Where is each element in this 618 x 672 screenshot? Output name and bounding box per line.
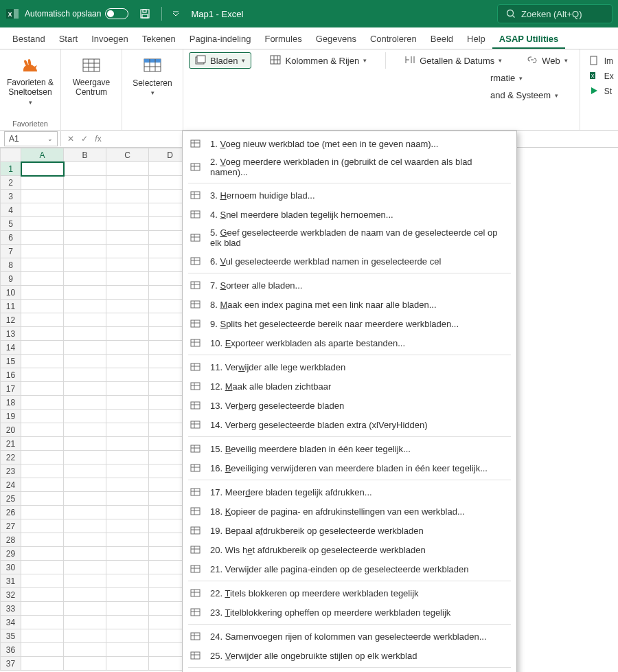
- column-header[interactable]: A: [21, 148, 64, 162]
- cell[interactable]: [106, 519, 149, 533]
- cell[interactable]: [64, 492, 106, 506]
- cell[interactable]: [106, 437, 149, 451]
- cell[interactable]: [106, 657, 149, 671]
- cell[interactable]: [21, 657, 64, 671]
- row-header[interactable]: 32: [1, 588, 21, 602]
- cell[interactable]: [21, 245, 64, 258]
- cell[interactable]: [64, 506, 106, 519]
- cell[interactable]: [64, 176, 106, 190]
- cancel-formula-icon[interactable]: ✕: [64, 134, 78, 144]
- fx-icon[interactable]: fx: [91, 134, 105, 144]
- cell[interactable]: [21, 533, 64, 547]
- cell[interactable]: [106, 423, 149, 437]
- cell[interactable]: [21, 464, 64, 478]
- row-header[interactable]: 35: [1, 629, 21, 643]
- cell[interactable]: [21, 327, 64, 341]
- cell[interactable]: [106, 203, 149, 217]
- row-header[interactable]: 24: [1, 478, 21, 492]
- menu-item-8[interactable]: 8. Maak een index pagina met een link na…: [183, 295, 516, 314]
- menu-item-6[interactable]: 6. Vul geselecteerde werkblad namen in g…: [183, 251, 516, 271]
- cell[interactable]: [21, 437, 64, 451]
- row-header[interactable]: 9: [1, 272, 21, 286]
- column-header[interactable]: B: [64, 148, 106, 162]
- menu-item-19[interactable]: 19. Bepaal afdrukbereik op geselecteerde…: [183, 521, 516, 540]
- cell[interactable]: [21, 643, 64, 657]
- row-header[interactable]: 6: [1, 231, 21, 245]
- menu-item-1[interactable]: 1. Voeg nieuw werkblad toe (met een in t…: [183, 134, 516, 153]
- row-header[interactable]: 12: [1, 313, 21, 327]
- st-button[interactable]: St: [586, 84, 617, 99]
- menu-item-25[interactable]: 25. Verwijder alle ongebruikte stijlen o…: [183, 646, 516, 665]
- row-header[interactable]: 15: [1, 355, 21, 368]
- tab-start[interactable]: Start: [52, 30, 84, 49]
- menu-item-3[interactable]: 3. Hernoem huidige blad...: [183, 186, 516, 205]
- cell[interactable]: [106, 245, 149, 258]
- cell[interactable]: [64, 382, 106, 396]
- web-button[interactable]: Web▾: [520, 52, 574, 69]
- menu-item-22[interactable]: 22. Titels blokkeren op meerdere werkbla…: [183, 583, 516, 603]
- save-button[interactable]: [135, 4, 154, 23]
- cell[interactable]: [106, 506, 149, 519]
- cell[interactable]: [106, 410, 149, 423]
- cell[interactable]: [21, 602, 64, 616]
- cell[interactable]: [106, 478, 149, 492]
- im-button[interactable]: Im: [586, 54, 617, 69]
- row-header[interactable]: 19: [1, 410, 21, 423]
- menu-item-15[interactable]: 15. Beveilig meerdere bladen in één keer…: [183, 439, 516, 458]
- cell[interactable]: [64, 300, 106, 313]
- cell[interactable]: [106, 451, 149, 464]
- cell[interactable]: [64, 327, 106, 341]
- cell[interactable]: [64, 533, 106, 547]
- cell[interactable]: [106, 176, 149, 190]
- menu-item-13[interactable]: 13. Verberg geselecteerde bladen: [183, 396, 516, 415]
- cell[interactable]: [21, 231, 64, 245]
- cell[interactable]: [21, 506, 64, 519]
- menu-item-5[interactable]: 5. Geef geselecteerde werkbladen de naam…: [183, 224, 516, 251]
- cell[interactable]: [21, 382, 64, 396]
- menu-item-9[interactable]: 9. Splits het geselecteerde bereik naar …: [183, 314, 516, 333]
- row-header[interactable]: 36: [1, 643, 21, 657]
- cell[interactable]: [106, 313, 149, 327]
- cell[interactable]: [106, 602, 149, 616]
- cell[interactable]: [106, 464, 149, 478]
- tab-bestand[interactable]: Bestand: [5, 30, 52, 49]
- cell[interactable]: [106, 231, 149, 245]
- cell[interactable]: [106, 190, 149, 203]
- row-header[interactable]: 30: [1, 561, 21, 574]
- row-header[interactable]: 20: [1, 423, 21, 437]
- row-header[interactable]: 27: [1, 519, 21, 533]
- cell[interactable]: [64, 368, 106, 382]
- row-header[interactable]: 14: [1, 341, 21, 355]
- cell[interactable]: [64, 437, 106, 451]
- menu-item-4[interactable]: 4. Snel meerdere bladen tegelijk hernoem…: [183, 205, 516, 224]
- tab-formules[interactable]: Formules: [258, 30, 308, 49]
- cell[interactable]: [64, 396, 106, 410]
- cell[interactable]: [21, 588, 64, 602]
- row-header[interactable]: 18: [1, 396, 21, 410]
- cell[interactable]: [64, 410, 106, 423]
- row-header[interactable]: 2: [1, 176, 21, 190]
- cell[interactable]: [21, 341, 64, 355]
- tab-gegevens[interactable]: Gegevens: [309, 30, 363, 49]
- cell[interactable]: [21, 217, 64, 231]
- autosave-toggle[interactable]: Automatisch opslaan: [25, 8, 128, 19]
- cell[interactable]: [106, 547, 149, 561]
- menu-item-7[interactable]: 7. Sorteer alle bladen...: [183, 276, 516, 295]
- cell[interactable]: [64, 574, 106, 588]
- cell[interactable]: [64, 423, 106, 437]
- tab-pagina-indeling[interactable]: Pagina-indeling: [183, 30, 258, 49]
- weergave-button[interactable]: Weergave Centrum: [67, 52, 116, 98]
- name-box[interactable]: A1 ⌄: [4, 131, 58, 146]
- menu-item-17[interactable]: 17. Meerdere bladen tegelijk afdrukken..…: [183, 482, 516, 502]
- row-header[interactable]: 22: [1, 451, 21, 464]
- cell[interactable]: [106, 588, 149, 602]
- cell[interactable]: [106, 616, 149, 629]
- cell[interactable]: [106, 382, 149, 396]
- bladen-menu-button[interactable]: Bladen▾: [189, 52, 251, 69]
- row-header[interactable]: 7: [1, 245, 21, 258]
- cell[interactable]: [64, 561, 106, 574]
- cell[interactable]: [64, 203, 106, 217]
- ex-button[interactable]: XEx: [586, 69, 617, 84]
- cell[interactable]: [21, 547, 64, 561]
- favorites-button[interactable]: Favorieten & Sneltoetsen ▾: [5, 52, 55, 106]
